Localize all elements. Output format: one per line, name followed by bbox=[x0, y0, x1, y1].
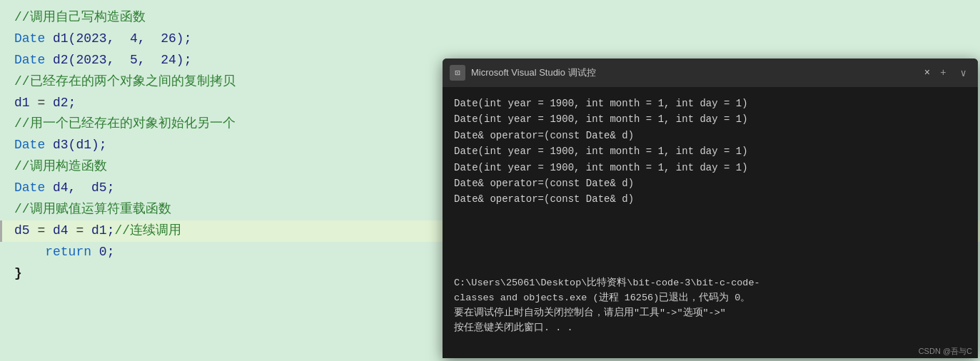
terminal-line-1: Date(int year = 1900, int month = 1, int… bbox=[454, 96, 966, 111]
terminal-titlebar: ⊡ Microsoft Visual Studio 调试控 × + ∨ bbox=[443, 59, 978, 87]
terminal-line-7: Date& operator=(const Date& d) bbox=[454, 191, 966, 207]
terminal-line-5: Date(int year = 1900, int month = 1, int… bbox=[454, 160, 966, 176]
comment-text: //调用自己写构造函数 bbox=[14, 8, 146, 28]
terminal-window: ⊡ Microsoft Visual Studio 调试控 × + ∨ Date… bbox=[443, 59, 978, 358]
terminal-footer: CSDN @吾与C bbox=[443, 345, 978, 358]
code-line-1: //调用自己写构造函数 bbox=[0, 7, 980, 29]
code-line-2: Date d1(2023, 4, 26); bbox=[0, 29, 980, 50]
terminal-line-3: Date& operator=(const Date& d) bbox=[454, 128, 966, 143]
terminal-chevron-button[interactable]: ∨ bbox=[956, 66, 971, 81]
terminal-line-4: Date(int year = 1900, int month = 1, int… bbox=[454, 143, 966, 159]
terminal-output: Date(int year = 1900, int month = 1, int… bbox=[454, 96, 966, 208]
terminal-new-tab-button[interactable]: + bbox=[936, 66, 950, 80]
terminal-path-line-1: C:\Users\25061\Desktop\比特资料\bit-code-3\b… bbox=[454, 261, 966, 336]
terminal-line-6: Date& operator=(const Date& d) bbox=[454, 176, 966, 191]
terminal-controls[interactable]: × + ∨ bbox=[924, 66, 971, 81]
terminal-line-2: Date(int year = 1900, int month = 1, int… bbox=[454, 111, 966, 127]
terminal-close-button[interactable]: × bbox=[924, 67, 930, 78]
terminal-path-section: C:\Users\25061\Desktop\比特资料\bit-code-3\b… bbox=[454, 255, 966, 336]
terminal-app-icon: ⊡ bbox=[450, 65, 465, 81]
terminal-body: Date(int year = 1900, int month = 1, int… bbox=[443, 87, 978, 345]
terminal-title: Microsoft Visual Studio 调试控 bbox=[471, 66, 919, 79]
